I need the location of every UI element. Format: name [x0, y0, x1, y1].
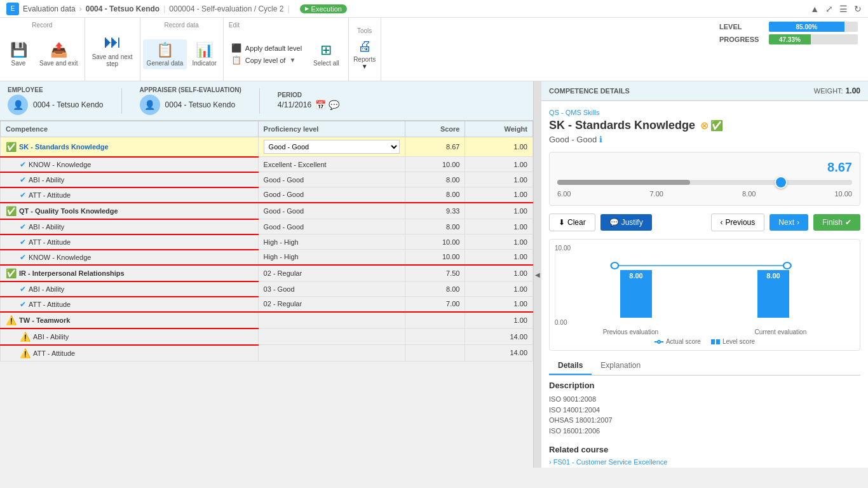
table-row[interactable]: ⚠️ TW - Teamwork 1.00 — [1, 312, 533, 329]
table-row[interactable]: ⚠️ ATT - Attitude 14.00 — [1, 345, 533, 362]
finish-button[interactable]: Finish ✔ — [813, 214, 860, 231]
clear-button[interactable]: ⬇ Clear — [549, 214, 595, 231]
table-row[interactable]: ✔ ATT - Attitude High - High 10.00 1.00 — [1, 234, 533, 250]
progress-label: PROGRESS — [719, 36, 764, 43]
table-row[interactable]: ✅ IR - Interpersonal Relationships 02 - … — [1, 265, 533, 281]
fullscreen-icon[interactable]: ⤢ — [825, 4, 833, 14]
menu-icon[interactable]: ☰ — [839, 4, 848, 14]
legend-actual: Actual score — [654, 338, 701, 345]
period-section: PERIOD 4/11/2016 📅 💬 — [278, 92, 339, 110]
table-row[interactable]: ✔ ATT - Attitude 02 - Regular 7.00 1.00 — [1, 297, 533, 312]
prev-arrow: ‹ — [721, 218, 723, 227]
table-row[interactable]: ✅ QT - Quality Tools Knowledge Good - Go… — [1, 203, 533, 219]
proficiency-cell: 02 - Regular — [258, 297, 405, 312]
divider-1 — [121, 88, 122, 114]
table-row[interactable]: ✔ ATT - Attitude Good - Good 8.00 1.00 — [1, 187, 533, 203]
breadcrumb-sep1: | — [163, 4, 165, 13]
proficiency-cell[interactable]: Good - Good — [258, 137, 405, 157]
record-group-label: Record — [0, 20, 85, 30]
table-row[interactable]: ✔ KNOW - Knowledge High - High 10.00 1.0… — [1, 250, 533, 265]
select-all-icon: ⊞ — [320, 42, 332, 58]
description-text: ISO 9001:2008 ISO 14001:2004 OHSAS 18001… — [549, 394, 860, 436]
table-row[interactable]: ✔ KNOW - Knowledge Excellent - Excellent… — [1, 157, 533, 172]
tab-details[interactable]: Details — [549, 357, 592, 375]
chart-legend: Actual score Level score — [555, 338, 855, 345]
proficiency-cell: Good - Good — [258, 187, 405, 203]
calendar-icon[interactable]: 📅 — [315, 100, 326, 110]
pin-icon[interactable]: ▲ — [810, 4, 819, 14]
weight-cell: 1.00 — [465, 234, 533, 250]
check-icon: ✔ — [20, 222, 26, 231]
curr-eval-label: Current evaluation — [755, 329, 807, 336]
table-row[interactable]: ✅ SK - Standards Knowledge Good - Good 8… — [1, 137, 533, 157]
proficiency-cell: High - High — [258, 250, 405, 265]
competence-cell: ⚠️ ATT - Attitude — [1, 345, 259, 362]
table-row[interactable]: ⚠️ ABI - Ability 14.00 — [1, 329, 533, 345]
comp-title-row: SK - Standards Knowledge ⊗ ✅ — [549, 119, 860, 132]
legend-level-label: Level score — [722, 338, 755, 345]
slider-thumb[interactable] — [775, 176, 787, 189]
table-row[interactable]: ✔ ABI - Ability Good - Good 8.00 1.00 — [1, 172, 533, 187]
top-nav-actions: ▲ ⤢ ☰ ↻ — [810, 4, 862, 14]
competence-cell: ⚠️ ABI - Ability — [1, 329, 259, 345]
comp-level-text: Good - Good — [549, 135, 597, 144]
competence-name: ABI - Ability — [29, 176, 64, 184]
course-link-2[interactable]: GB04 - Professional Business Communicati… — [549, 467, 860, 468]
save-next-button[interactable]: ⏭ Save and next step — [85, 26, 140, 72]
copy-level-button[interactable]: 📋 Copy level of ▼ — [229, 54, 304, 66]
score-cell — [405, 345, 465, 362]
score-cell: 7.00 — [405, 297, 465, 312]
course-link-1[interactable]: FS01 - Customer Service Excellence — [549, 458, 860, 466]
competence-name: IR - Interpersonal Relationships — [19, 269, 125, 277]
table-row[interactable]: ✔ ABI - Ability Good - Good 8.00 1.00 — [1, 219, 533, 234]
proficiency-cell: Good - Good — [258, 172, 405, 187]
apply-default-button[interactable]: ⬛ Apply default level — [229, 42, 304, 54]
next-button[interactable]: Next › — [770, 214, 808, 231]
weight-cell: 1.00 — [465, 219, 533, 234]
refresh-icon[interactable]: ↻ — [854, 4, 862, 14]
description-heading: Description — [549, 381, 860, 390]
competence-name: QT - Quality Tools Knowledge — [19, 207, 118, 215]
employee-label: EMPLOYEE — [8, 86, 104, 93]
breadcrumb-record: 0004 - Tetsuo Kendo — [86, 4, 159, 13]
apply-default-label: Apply default level — [245, 44, 302, 52]
comp-category[interactable]: QS - QMS Skills — [549, 109, 860, 116]
tab-explanation[interactable]: Explanation — [592, 357, 649, 375]
score-cell — [405, 329, 465, 345]
message-icon[interactable]: 💬 — [329, 100, 339, 110]
reports-button[interactable]: 🖨 Reports ▼ — [349, 36, 381, 72]
detail-tabs: Details Explanation — [549, 357, 860, 376]
slider-max: 10.00 — [834, 190, 852, 198]
info-icon[interactable]: ℹ — [599, 135, 602, 144]
indicator-button[interactable]: 📊 Indicator — [188, 39, 220, 69]
proficiency-dropdown[interactable]: Good - Good — [264, 140, 400, 154]
score-cell: 10.00 — [405, 234, 465, 250]
score-cell: 8.00 — [405, 281, 465, 297]
save-exit-icon: 📤 — [50, 42, 67, 58]
warn-icon: ⚠️ — [20, 348, 31, 358]
proficiency-cell — [258, 345, 405, 362]
chart-y-max: 10.00 — [555, 245, 855, 252]
prev-eval-label: Previous evaluation — [603, 329, 658, 336]
breadcrumb-eval[interactable]: Evaluation data — [23, 4, 76, 13]
competence-cell: ⚠️ TW - Teamwork — [1, 312, 259, 329]
top-navigation: E Evaluation data › 0004 - Tetsuo Kendo … — [0, 0, 868, 18]
appraiser-avatar: 👤 — [140, 95, 160, 115]
score-cell — [405, 312, 465, 329]
competence-name: ABI - Ability — [33, 333, 69, 341]
select-all-button[interactable]: ⊞ Select all — [309, 39, 343, 69]
general-data-button[interactable]: 📋 General data — [143, 39, 187, 69]
right-panel: COMPETENCE DETAILS WEIGHT: 1.00 QS - QMS… — [541, 81, 868, 468]
previous-button[interactable]: ‹ Previous — [711, 214, 765, 231]
related-course-heading: Related course — [549, 445, 860, 454]
competence-cell: ✔ ATT - Attitude — [1, 187, 259, 203]
record-data-label: Record data — [140, 20, 223, 30]
panel-collapse-button[interactable]: ◀ — [534, 81, 541, 468]
action-buttons: ⬇ Clear 💬 Justify ‹ Previous Next › Fini… — [549, 214, 860, 231]
save-button[interactable]: 💾 Save — [3, 39, 34, 69]
table-row[interactable]: ✔ ABI - Ability 03 - Good 8.00 1.00 — [1, 281, 533, 297]
weight-value: 1.00 — [846, 86, 860, 95]
score-cell: 10.00 — [405, 250, 465, 265]
justify-button[interactable]: 💬 Justify — [600, 214, 652, 231]
save-exit-button[interactable]: 📤 Save and exit — [36, 39, 82, 69]
